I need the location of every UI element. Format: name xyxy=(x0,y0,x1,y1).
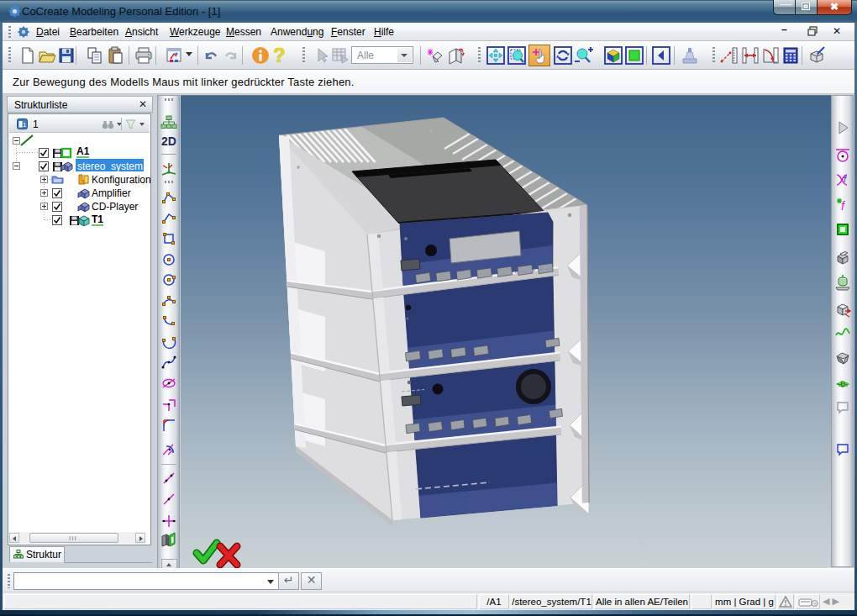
svg-text:1: 1 xyxy=(23,121,27,129)
svg-text:f: f xyxy=(841,199,846,213)
